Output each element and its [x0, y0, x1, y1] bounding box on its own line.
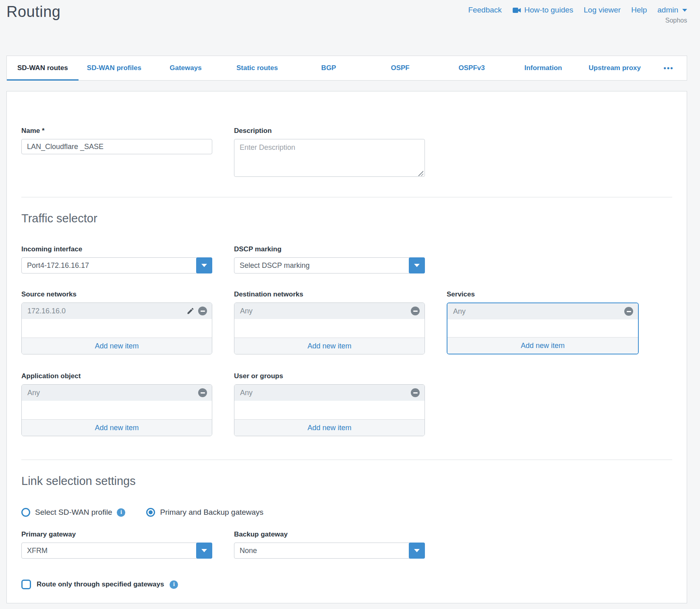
add-new-item-button[interactable]: Add new item — [22, 419, 212, 436]
remove-item-icon[interactable] — [198, 307, 207, 315]
tab-static-routes[interactable]: Static routes — [222, 56, 293, 80]
source-networks-list: 172.16.16.0 Add new item — [21, 302, 212, 354]
description-label: Description — [234, 127, 425, 135]
list-item: 172.16.16.0 — [22, 303, 212, 319]
dscp-marking-label: DSCP marking — [234, 245, 425, 253]
feedback-link[interactable]: Feedback — [468, 6, 501, 14]
destination-networks-label: Destination networks — [234, 290, 425, 298]
incoming-interface-select[interactable]: Port4-172.16.16.17 — [21, 257, 212, 273]
description-input[interactable] — [234, 139, 425, 177]
remove-item-icon[interactable] — [411, 307, 420, 315]
howto-guides-link[interactable]: How-to guides — [512, 6, 573, 14]
name-label: Name * — [21, 127, 212, 135]
link-selection-radios: Select SD-WAN profile i Primary and Back… — [21, 508, 672, 517]
route-only-label: Route only through specified gateways — [37, 580, 164, 588]
incoming-interface-label: Incoming interface — [21, 245, 212, 253]
log-viewer-link[interactable]: Log viewer — [584, 6, 621, 14]
info-icon[interactable]: i — [117, 508, 125, 517]
remove-item-icon[interactable] — [411, 388, 420, 397]
admin-menu[interactable]: admin — [657, 6, 687, 14]
video-camera-icon — [512, 7, 521, 13]
link-selection-heading: Link selection settings — [21, 474, 672, 488]
dropdown-button[interactable] — [196, 257, 212, 273]
user-or-groups-list: Any Add new item — [234, 384, 425, 436]
name-input[interactable] — [21, 139, 212, 154]
radio-select-sdwan-profile[interactable] — [21, 508, 30, 517]
services-label: Services — [447, 290, 639, 298]
info-icon[interactable]: i — [170, 580, 178, 589]
tab-bar: SD-WAN routes SD-WAN profiles Gateways S… — [6, 56, 687, 81]
tab-ospf[interactable]: OSPF — [364, 56, 436, 80]
tab-information[interactable]: Information — [507, 56, 579, 80]
backup-gateway-select[interactable]: None — [234, 543, 425, 559]
remove-item-icon[interactable] — [198, 388, 207, 397]
dropdown-button[interactable] — [196, 543, 212, 559]
radio-label: Primary and Backup gateways — [160, 508, 263, 517]
add-new-item-button[interactable]: Add new item — [234, 419, 425, 436]
traffic-selector-heading: Traffic selector — [21, 212, 672, 225]
dropdown-button[interactable] — [409, 543, 425, 559]
tab-upstream-proxy[interactable]: Upstream proxy — [579, 56, 651, 80]
content-panel: Name * Description Traffic selector Inco… — [6, 91, 687, 603]
brand-label: Sophos — [665, 17, 687, 24]
tab-bgp[interactable]: BGP — [293, 56, 364, 80]
tab-ospfv3[interactable]: OSPFv3 — [436, 56, 507, 80]
list-item: Any — [234, 385, 425, 401]
application-object-label: Application object — [21, 372, 212, 380]
section-divider — [21, 197, 672, 197]
list-item: Any — [447, 303, 638, 319]
user-or-groups-label: User or groups — [234, 372, 425, 380]
dropdown-arrow-icon — [201, 549, 207, 552]
route-only-row: Route only through specified gateways i — [21, 580, 672, 589]
list-item: Any — [22, 385, 212, 401]
page-header: Routing Feedback How-to guides Log viewe… — [0, 0, 700, 56]
backup-gateway-label: Backup gateway — [234, 530, 425, 539]
dscp-marking-select[interactable]: Select DSCP marking — [234, 257, 425, 273]
source-networks-label: Source networks — [21, 290, 212, 298]
dropdown-arrow-icon — [414, 549, 420, 552]
application-object-list: Any Add new item — [21, 384, 212, 436]
chevron-down-icon — [682, 9, 687, 12]
radio-primary-backup-gateways[interactable] — [146, 508, 155, 517]
dropdown-arrow-icon — [414, 264, 420, 267]
tab-sd-wan-profiles[interactable]: SD-WAN profiles — [79, 56, 150, 80]
page-title: Routing — [6, 3, 60, 21]
add-new-item-button[interactable]: Add new item — [22, 338, 212, 354]
list-item: Any — [234, 303, 425, 319]
header-links: Feedback How-to guides Log viewer Help a… — [468, 6, 687, 14]
add-new-item-button[interactable]: Add new item — [447, 337, 638, 354]
edit-pencil-icon[interactable] — [186, 307, 195, 315]
tab-gateways[interactable]: Gateways — [150, 56, 222, 80]
primary-gateway-label: Primary gateway — [21, 530, 212, 539]
section-divider — [21, 460, 672, 460]
tab-overflow-menu[interactable]: ••• — [650, 56, 687, 80]
dropdown-button[interactable] — [409, 257, 425, 273]
destination-networks-list: Any Add new item — [234, 302, 425, 354]
route-only-checkbox[interactable] — [21, 580, 31, 589]
services-list: Any Add new item — [447, 302, 639, 354]
tab-sd-wan-routes[interactable]: SD-WAN routes — [7, 56, 79, 80]
remove-item-icon[interactable] — [624, 307, 633, 316]
primary-gateway-select[interactable]: XFRM — [21, 543, 212, 559]
help-link[interactable]: Help — [631, 6, 647, 14]
dropdown-arrow-icon — [201, 264, 207, 267]
add-new-item-button[interactable]: Add new item — [234, 338, 425, 354]
radio-label: Select SD-WAN profile — [35, 508, 112, 517]
